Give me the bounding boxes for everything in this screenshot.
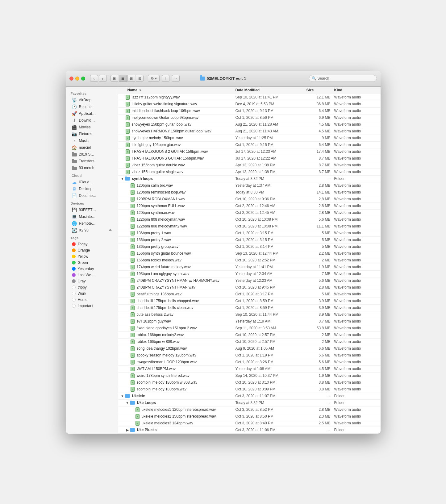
list-view-button[interactable]: ☰ (119, 75, 127, 82)
sidebar-item-important-tag[interactable]: Important (67, 303, 117, 309)
sidebar-item-yellow-tag[interactable]: Yellow (67, 253, 117, 260)
sidebar-item-today-tag[interactable]: Today (67, 241, 117, 247)
table-row[interactable]: ♪ charliiboiii 175bpm bells chopped.wav … (118, 298, 381, 305)
disclosure-triangle-icon[interactable]: ▼ (126, 401, 129, 405)
table-row[interactable]: ♪ vibez 156bpm guitar single.wav Apr 13,… (118, 169, 381, 176)
table-row[interactable]: ♪ roblox 166bpm melody2.wav Oct 10, 2020… (118, 332, 381, 339)
table-row[interactable]: ♪ zoombini melody 180bpm w 808.wav Oct 1… (118, 379, 381, 386)
action-button[interactable]: ⚙ ▾ (148, 75, 160, 82)
table-row[interactable]: ♪ ukelele melodies3 134bpm.wav Oct 3, 20… (118, 420, 381, 427)
sidebar-item-yesterday-tag[interactable]: Yesterday (67, 266, 117, 272)
sidebar-item-airdrop[interactable]: 📡 AirDrop (67, 97, 117, 103)
sidebar-item-x293[interactable]: 💽 X2 93 ⏏ (67, 227, 117, 234)
sidebar-item-orange-tag[interactable]: Orange (67, 247, 117, 253)
table-row[interactable]: ♪ 240BPM CRAZYYSYNTHMAN.wav Oct 10, 2020… (118, 284, 381, 291)
table-row[interactable]: ♪ mollycomedown Guitar Loop 98bpm.wav Oc… (118, 115, 381, 121)
table-row[interactable]: ▼ Ukelele Oct 3, 2020 at 11:07 PM -- Fol… (118, 393, 381, 400)
table-row[interactable]: ♪ middleschool flashback loop 106bpm.wav… (118, 108, 381, 115)
sidebar-item-2019s[interactable]: 2019 S… (67, 151, 117, 158)
sidebar-item-pictures[interactable]: 📷 Pictures (67, 131, 117, 137)
sidebar-item-movies[interactable]: 🎬 Movies (67, 124, 117, 131)
search-input[interactable] (318, 76, 374, 81)
table-row[interactable]: ♪ charliiboiii 175bpm bells clean.wav Oc… (118, 305, 381, 311)
sidebar-item-icloud[interactable]: ☁ iCloud… (67, 179, 117, 185)
table-row[interactable]: ♪ 120bpm calm bro.wav Yesterday at 1:37 … (118, 182, 381, 189)
table-row[interactable]: ♪ 120bpm synthman.wav Oct 2, 2020 at 12:… (118, 210, 381, 216)
table-row[interactable]: ♪ WAT AM I 150BPM.wav Yesterday at 1:08 … (118, 366, 381, 373)
table-row[interactable]: ♪ 120bpm reminiscent loop.wav Today at 8… (118, 189, 381, 196)
sidebar-item-music[interactable]: ♪ Music (67, 137, 117, 144)
sidebar-item-documents[interactable]: 📄 Docume… (67, 192, 117, 199)
back-button[interactable]: ‹ (90, 75, 98, 82)
column-kind-header[interactable]: Kind (334, 88, 381, 92)
table-row[interactable]: ♪ 156bpm synth guitar bounce.wav Sep 13,… (118, 250, 381, 257)
table-row[interactable]: ♪ jazz riff 112bpm nightyyy.wav Sep 10, … (118, 94, 381, 101)
share-button[interactable]: ↑ (162, 75, 169, 82)
column-size-header[interactable]: Size (306, 88, 334, 92)
table-row[interactable]: ♪ roblox 166bpm w 808.wav Oct 10, 2020 a… (118, 339, 381, 345)
table-row[interactable]: ♪ 136bpm pretty group.wav Oct 1, 2020 at… (118, 244, 381, 250)
maximize-button[interactable] (81, 77, 85, 81)
sidebar-item-downloads[interactable]: ⬇ Downlo… (67, 117, 117, 124)
table-row[interactable]: ♪ 122bpm 808 melodyman.wav Oct 10, 2020 … (118, 216, 381, 223)
forward-button[interactable]: › (99, 75, 107, 82)
sidebar-item-work-tag[interactable]: Work (67, 290, 117, 297)
table-row[interactable]: ♪ lullaby guitar weird timing signature.… (118, 101, 381, 108)
table-row[interactable]: ♪ ukelele melodies2 150bpm stereospread.… (118, 413, 381, 420)
table-row[interactable]: ♪ synth gtar melody 150bpm.wav Yesterday… (118, 135, 381, 142)
sidebar-item-lastwe-tag[interactable]: Last We… (67, 272, 117, 278)
table-row[interactable]: ♪ TRASHTALKGOONS GUITAR 156bpm.wav Jul 1… (118, 155, 381, 162)
table-row[interactable]: ♪ cute ass bellsss 2.wav Sep 10, 2020 at… (118, 311, 381, 318)
table-row[interactable]: ♪ evil 181bpm guy.wav Yesterday at 1:19 … (118, 318, 381, 325)
sidebar-item-trippy-tag[interactable]: trippy (67, 284, 117, 290)
table-row[interactable]: ▼ Uke Loops Today at 8:32 PM -- Folder (118, 400, 381, 406)
sidebar-item-marciel[interactable]: 🏠 marciel (67, 144, 117, 151)
search-box[interactable]: 🔍 (309, 75, 377, 82)
table-row[interactable]: ♪ song idea thangy 102bpm.wav Aug 9, 202… (118, 345, 381, 352)
table-row[interactable]: ♪ 193bpm i am uglyguy synth.wav Yesterda… (118, 271, 381, 277)
table-row[interactable]: ♪ 136bpm pretty 2.wav Oct 1, 2020 at 3:1… (118, 237, 381, 244)
table-row[interactable]: ♪ snowyeyes 150bpm guitar loop .wav Aug … (118, 121, 381, 128)
disclosure-triangle-icon[interactable]: ▼ (121, 394, 124, 398)
table-row[interactable]: ♪ spooky season melody 120bpm.wav Oct 1,… (118, 352, 381, 359)
column-date-header[interactable]: Date Modified (236, 88, 306, 92)
table-row[interactable]: ♪ 166bpm roblox melody.wav Oct 10, 2020 … (118, 257, 381, 264)
table-row[interactable]: ♪ beatiful things 136bpm.wav Oct 1, 2020… (118, 291, 381, 298)
icon-view-button[interactable]: ⊞ (110, 75, 118, 82)
sidebar-item-remote[interactable]: 🌐 Remote… (67, 220, 117, 227)
table-row[interactable]: ♪ 120bpm synthman FULL.wav Oct 2, 2020 a… (118, 203, 381, 210)
table-row[interactable]: ♪ zoombini melody 180bpm.wav Oct 10, 202… (118, 386, 381, 393)
disclosure-triangle-icon[interactable]: ▶ (126, 428, 129, 432)
sidebar-item-home-tag[interactable]: Home (67, 297, 117, 303)
table-row[interactable]: ♪ 122bpm 808 melodyman2.wav Oct 10, 2020… (118, 223, 381, 230)
tag-button[interactable]: ○ (172, 75, 180, 82)
gallery-view-button[interactable]: ⊠ (136, 75, 144, 82)
table-row[interactable]: ♪ 174bpm weird future melody.wav Yesterd… (118, 264, 381, 271)
sidebar-item-gray-tag[interactable]: Gray (67, 278, 117, 284)
sidebar-item-recents[interactable]: 🕐 Recents (67, 103, 117, 110)
close-button[interactable] (69, 77, 73, 81)
sidebar-item-desktop[interactable]: 🖥 Desktop (67, 185, 117, 192)
table-row[interactable]: ♪ fixed piano goodbyes 151bpm 2.wav Sep … (118, 325, 381, 332)
table-row[interactable]: ♪ titlefight guy 106bpm gtar.wav Oct 1, … (118, 142, 381, 148)
table-row[interactable]: ♪ weird 178bpm synth filtered.wav Sep 14… (118, 373, 381, 379)
table-row[interactable]: ♪ 240BPM CRAZYYSYNTHMAN w/ HARMONY.wav Y… (118, 277, 381, 284)
column-name-header[interactable]: Name ▼ (118, 88, 236, 92)
table-row[interactable]: ▼ synth loops Today at 8:32 PM -- Folder (118, 176, 381, 182)
table-row[interactable]: ♪ swagassfireman LOOP 120bpm.wav Oct 1, … (118, 359, 381, 366)
sidebar-item-93feet[interactable]: 💾 93FEET… (67, 206, 117, 213)
sidebar-item-93merch[interactable]: 93 merch (67, 165, 117, 171)
minimize-button[interactable] (75, 77, 79, 81)
table-row[interactable]: ▶ Uke Plucks Oct 3, 2020 at 11:06 PM -- … (118, 427, 381, 434)
sidebar-item-applications[interactable]: 🚀 Applicat… (67, 110, 117, 117)
table-row[interactable]: ♪ ukelele melodies1 120bpm stereospread.… (118, 406, 381, 413)
table-row[interactable]: ♪ vibez 156bpm guitar double.wav Apr 13,… (118, 162, 381, 169)
eject-icon[interactable]: ⏏ (109, 228, 112, 232)
disclosure-triangle-icon[interactable]: ▼ (121, 177, 124, 181)
table-row[interactable]: ♪ TRASHTALKGOONS 2 GUITAR 156bpm .wav Ju… (118, 148, 381, 155)
sidebar-item-green-tag[interactable]: Green (67, 260, 117, 266)
column-view-button[interactable]: ⊟ (127, 75, 135, 82)
table-row[interactable]: ♪ 136bpm pretty 1.wav Oct 1, 2020 at 3:1… (118, 230, 381, 237)
table-row[interactable]: ♪ snowyeyes HARMONY 150bpm guitar loop .… (118, 128, 381, 135)
sidebar-item-macinto[interactable]: 💻 Macinto… (67, 213, 117, 220)
